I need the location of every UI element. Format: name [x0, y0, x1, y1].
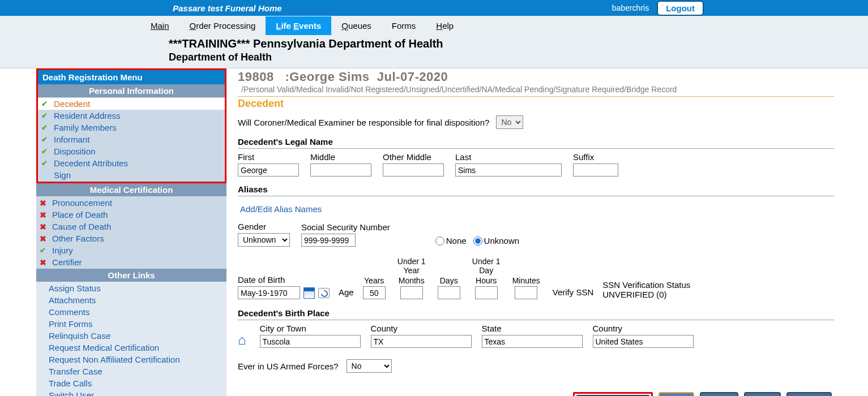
sidebar-item-assign-status[interactable]: Assign Status — [36, 282, 226, 294]
sidebar-item-transfer-case[interactable]: Transfer Case — [36, 365, 226, 377]
next-button[interactable]: Next — [659, 392, 694, 396]
check-icon: ✔ — [41, 159, 50, 167]
sidebar-item-trade-calls[interactable]: Trade Calls — [36, 377, 226, 389]
nav-order[interactable]: Order Processing — [179, 16, 266, 35]
nav-life-events[interactable]: Life Events — [266, 16, 331, 35]
sidebar-item-other-factors[interactable]: ✖Other Factors — [36, 233, 226, 244]
x-icon: ✖ — [40, 258, 49, 267]
check-icon: ✔ — [40, 246, 49, 255]
select-armed-forces[interactable]: No — [347, 359, 392, 373]
section-medical-head: Medical Certification — [36, 183, 226, 196]
sidebar-item-injury[interactable]: ✔Injury — [36, 244, 226, 256]
sidebar-item-certifier[interactable]: ✖Certifier — [36, 256, 226, 268]
input-months[interactable] — [400, 286, 423, 299]
input-state[interactable] — [482, 335, 583, 348]
x-icon: ✖ — [40, 234, 49, 243]
input-hours[interactable] — [475, 286, 498, 299]
x-icon: ✖ — [40, 210, 49, 219]
input-other-middle[interactable] — [383, 163, 444, 177]
sidebar-item-request-nonaff-cert[interactable]: Request Non Affiliated Certification — [36, 354, 226, 365]
label-under1day: Under 1 Day — [469, 257, 503, 275]
page-title: Decedent — [238, 98, 834, 110]
sidebar-item-decedent-attributes[interactable]: ✔Decedent Attributes — [38, 157, 225, 169]
legal-name-header: Decedent's Legal Name — [238, 137, 834, 147]
check-icon: ✔ — [41, 135, 50, 144]
select-gender[interactable]: Unknown — [238, 233, 290, 247]
input-years[interactable] — [363, 286, 386, 299]
input-city[interactable] — [260, 335, 361, 348]
nav-forms[interactable]: Forms — [382, 16, 426, 35]
main-nav: Main Order Processing Life Events Queues… — [0, 16, 868, 35]
radio-ssn-unknown[interactable] — [473, 236, 482, 246]
sidebar-item-request-medical-cert[interactable]: Request Medical Certification — [36, 342, 226, 354]
label-hours: Hours — [476, 276, 497, 285]
sidebar-item-family-members[interactable]: ✔Family Members — [38, 122, 225, 134]
sidebar-item-informant[interactable]: ✔Informant — [38, 134, 225, 145]
sidebar-item-relinquish-case[interactable]: Relinquish Case — [36, 330, 226, 342]
case-header: 19808 :George Sims Jul-07-2020 — [238, 70, 834, 84]
input-country[interactable] — [593, 335, 694, 348]
label-first: First — [238, 152, 299, 162]
label-age: Age — [339, 287, 354, 299]
birthplace-header: Decedent's Birth Place — [238, 308, 834, 318]
radio-ssn-none[interactable] — [435, 236, 444, 246]
alias-link[interactable]: Add/Edit Alias Names — [240, 204, 322, 214]
clear-button[interactable]: Clear — [700, 392, 738, 396]
nav-region: Main Order Processing Life Events Queues… — [0, 16, 868, 68]
label-suffix: Suffix — [573, 152, 618, 162]
logout-button[interactable]: Logout — [657, 1, 704, 16]
nav-help[interactable]: Help — [426, 16, 464, 35]
death-registration-menu: Death Registration Menu Personal Informa… — [36, 68, 226, 183]
calendar-icon[interactable] — [303, 287, 315, 299]
label-ssn: Social Security Number — [301, 222, 390, 232]
sidebar-item-print-forms[interactable]: Print Forms — [36, 318, 226, 330]
x-icon: ✖ — [40, 199, 49, 208]
input-dob[interactable] — [238, 286, 300, 299]
label-state: State — [482, 324, 583, 333]
aliases-header: Aliases — [238, 184, 834, 194]
sidebar-item-resident-address[interactable]: ✔Resident Address — [38, 110, 225, 122]
main-panel: 19808 :George Sims Jul-07-2020 /Personal… — [226, 68, 868, 396]
label-dob: Date of Birth — [238, 275, 330, 285]
input-county[interactable] — [371, 335, 472, 348]
return-button[interactable]: Return — [786, 392, 832, 396]
dept-title-2: Department of Health — [169, 51, 868, 63]
check-icon: ✔ — [41, 123, 50, 132]
sidebar-item-cause-of-death[interactable]: ✖Cause of Death — [36, 221, 226, 233]
coroner-select[interactable]: No — [496, 115, 523, 129]
label-county: County — [371, 324, 472, 333]
input-first[interactable] — [238, 163, 299, 177]
label-minutes: Minutes — [512, 276, 540, 285]
label-middle: Middle — [310, 152, 371, 162]
armed-forces-question: Ever in US Armed Forces? — [238, 361, 339, 371]
label-other-middle: Other Middle — [383, 152, 444, 162]
save-button[interactable]: Save — [744, 392, 781, 396]
sidebar-item-switch-user[interactable]: Switch User — [36, 389, 226, 396]
input-ssn[interactable] — [301, 234, 356, 247]
footer-buttons: Validate Page Next Clear Save Return — [238, 392, 832, 396]
nav-main[interactable]: Main — [140, 16, 179, 35]
input-last[interactable] — [455, 163, 562, 177]
sidebar-item-pronouncement[interactable]: ✖Pronouncement — [36, 197, 226, 209]
input-days[interactable] — [438, 286, 460, 299]
label-gender: Gender — [238, 222, 290, 231]
input-suffix[interactable] — [573, 163, 618, 177]
autofill-icon[interactable] — [318, 288, 330, 298]
sidebar-item-comments[interactable]: Comments — [36, 306, 226, 318]
sidebar-item-sign[interactable]: Sign — [38, 169, 225, 181]
radio-ssn-unknown-label[interactable]: Unknown — [473, 236, 520, 246]
nav-queues[interactable]: Queues — [331, 16, 382, 35]
sidebar-item-place-of-death[interactable]: ✖Place of Death — [36, 209, 226, 221]
label-years: Years — [364, 276, 384, 285]
label-last: Last — [455, 152, 562, 162]
label-days: Days — [440, 276, 458, 285]
check-icon: ✔ — [41, 100, 50, 108]
sidebar-item-decedent[interactable]: ✔Decedent — [38, 98, 225, 110]
radio-ssn-none-label[interactable]: None — [435, 236, 467, 246]
label-country: Country — [593, 324, 694, 333]
sidebar-item-attachments[interactable]: Attachments — [36, 294, 226, 306]
input-minutes[interactable] — [515, 286, 537, 299]
verify-ssn-link[interactable]: Verify SSN — [553, 287, 594, 299]
input-middle[interactable] — [310, 163, 371, 177]
sidebar-item-disposition[interactable]: ✔Disposition — [38, 145, 225, 157]
